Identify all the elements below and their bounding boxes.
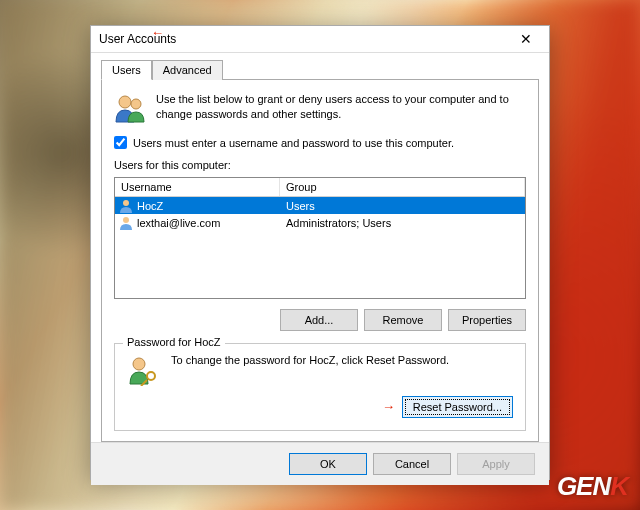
add-button[interactable]: Add... <box>280 309 358 331</box>
password-legend: Password for HocZ <box>123 336 225 348</box>
svg-point-2 <box>123 200 129 206</box>
row-username: lexthai@live.com <box>137 217 280 229</box>
svg-point-5 <box>147 372 155 380</box>
list-row[interactable]: lexthai@live.com Administrators; Users <box>115 214 525 231</box>
tab-users[interactable]: Users <box>101 60 152 80</box>
annotation-arrow-icon: → <box>382 399 395 414</box>
tab-advanced[interactable]: Advanced <box>152 60 223 80</box>
watermark-logo: GENK <box>557 471 628 502</box>
row-group: Users <box>280 200 525 212</box>
require-password-checkbox-row[interactable]: Users must enter a username and password… <box>114 136 526 149</box>
svg-point-3 <box>123 217 129 223</box>
col-group[interactable]: Group <box>280 178 525 196</box>
reset-password-button[interactable]: Reset Password... <box>402 396 513 418</box>
titlebar: User Accounts ✕ <box>91 26 549 53</box>
dialog-body: Users Advanced Use the list below to gra… <box>91 53 549 442</box>
list-buttons: Add... Remove Properties <box>114 309 526 331</box>
require-password-checkbox[interactable] <box>114 136 127 149</box>
key-user-icon <box>127 354 159 386</box>
list-row[interactable]: HocZ Users ← <box>115 197 525 214</box>
svg-point-0 <box>119 96 131 108</box>
password-row: To change the password for HocZ, click R… <box>127 354 513 386</box>
require-password-label: Users must enter a username and password… <box>133 137 454 149</box>
svg-point-4 <box>133 358 145 370</box>
row-group: Administrators; Users <box>280 217 525 229</box>
password-text: To change the password for HocZ, click R… <box>171 354 513 366</box>
user-icon <box>118 215 134 231</box>
intro-text: Use the list below to grant or deny user… <box>156 92 526 122</box>
close-button[interactable]: ✕ <box>505 26 547 52</box>
window-title: User Accounts <box>99 32 505 46</box>
apply-button[interactable]: Apply <box>457 453 535 475</box>
watermark-text-k: K <box>610 471 628 501</box>
close-icon: ✕ <box>520 31 532 47</box>
intro-row: Use the list below to grant or deny user… <box>114 92 526 124</box>
cancel-button[interactable]: Cancel <box>373 453 451 475</box>
user-icon <box>118 198 134 214</box>
password-groupbox: Password for HocZ To change the password… <box>114 343 526 431</box>
tab-strip: Users Advanced <box>101 60 539 80</box>
col-username[interactable]: Username <box>115 178 280 196</box>
users-list[interactable]: Username Group HocZ Users ← lexthai@live… <box>114 177 526 299</box>
watermark-text: GEN <box>557 471 610 501</box>
ok-button[interactable]: OK <box>289 453 367 475</box>
tab-panel-users: Use the list below to grant or deny user… <box>101 79 539 442</box>
remove-button[interactable]: Remove <box>364 309 442 331</box>
users-icon <box>114 92 146 124</box>
list-header: Username Group <box>115 178 525 197</box>
users-list-label: Users for this computer: <box>114 159 526 171</box>
properties-button[interactable]: Properties <box>448 309 526 331</box>
list-rows: HocZ Users ← lexthai@live.com Administra… <box>115 197 525 298</box>
svg-point-1 <box>131 99 141 109</box>
dialog-footer: OK Cancel Apply <box>91 442 549 485</box>
user-accounts-dialog: User Accounts ✕ Users Advanced Use the l… <box>90 25 550 480</box>
row-username: HocZ <box>137 200 280 212</box>
